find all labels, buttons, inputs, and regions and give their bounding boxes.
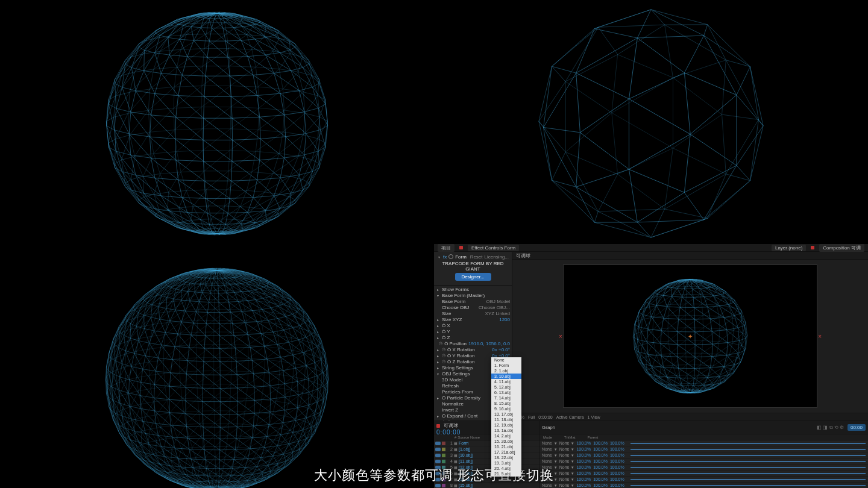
stopwatch-icon[interactable]: ◷ (442, 353, 445, 358)
label-color[interactable] (442, 484, 445, 487)
dropdown-item[interactable]: 20. 4.obj (491, 466, 521, 471)
prop-row[interactable]: SizeXYZ Linked (436, 310, 510, 316)
dropdown-item[interactable]: 1. Form (491, 363, 521, 368)
dropdown-item[interactable]: 18. 22.obj (491, 455, 521, 460)
layer-bar[interactable] (631, 461, 866, 462)
layer-row[interactable]: 8 ▦ [15.obj] (434, 483, 539, 488)
dropdown-item[interactable]: 13. 1a.obj (491, 428, 521, 433)
layer-bar[interactable] (631, 467, 866, 468)
dropdown-item[interactable]: 6. 13.obj (491, 390, 521, 395)
fx-toggle-icon[interactable] (448, 254, 453, 259)
prop-row[interactable]: ▸Size XYZ1200 (436, 316, 510, 322)
viewer-footer-item[interactable]: Full (528, 415, 535, 419)
visibility-icon[interactable] (435, 454, 441, 457)
dropdown-item[interactable]: 9. 16.obj (491, 406, 521, 411)
dropdown-item[interactable]: 21. 5.obj (491, 471, 521, 477)
label-color[interactable] (442, 472, 445, 475)
visibility-icon[interactable] (435, 448, 441, 451)
viewer-footer-item[interactable]: Active Camera (556, 415, 584, 419)
dropdown-item[interactable]: 8. 15.obj (491, 401, 521, 406)
visibility-icon[interactable] (435, 478, 441, 481)
timeline-row[interactable]: None▾ None▾ 100.0%100.0% 100.0% (539, 465, 868, 471)
dropdown-item[interactable]: 16. 21.obj (491, 444, 521, 449)
dropdown-item[interactable]: 5. 12.obj (491, 384, 521, 390)
label-color[interactable] (442, 478, 445, 481)
prop-row[interactable]: Choose OBJChoose OBJ... (436, 304, 510, 310)
prop-row[interactable]: ▾Base Form (Master) (436, 292, 510, 298)
svg-line-282 (254, 192, 265, 208)
prop-row[interactable]: ▸Ö Y (436, 328, 510, 334)
label-color[interactable] (442, 448, 445, 451)
timeline-row[interactable]: None▾ None▾ 100.0%100.0% 100.0% (539, 440, 868, 446)
dropdown-item[interactable]: None (491, 357, 521, 363)
prop-row[interactable]: ◷Ö Position1916.0, 1056.0, 0.0 (436, 340, 510, 346)
prop-row[interactable]: ▸◷Ö X Rotation0x +0.0° (436, 346, 510, 352)
effect-controls-tab[interactable]: Effect Controls Form (468, 245, 519, 251)
visibility-icon[interactable] (435, 484, 441, 487)
visibility-icon[interactable] (435, 442, 441, 445)
label-color[interactable] (442, 442, 445, 445)
layer-tab[interactable]: Layer (none) (772, 245, 806, 251)
dropdown-item[interactable]: 17. 21a.obj (491, 449, 521, 455)
composition-viewer[interactable]: × × ✦ (512, 260, 868, 413)
handle-left-icon[interactable]: × (559, 333, 562, 340)
prop-row[interactable]: Base FormOBJ Model (436, 298, 510, 304)
anchor-icon[interactable]: ✦ (688, 333, 693, 340)
layer-row[interactable]: 2 ▦ [1.obj] (434, 446, 539, 452)
graph-tab[interactable]: Graph (542, 425, 555, 430)
stopwatch-icon[interactable]: ◷ (439, 341, 442, 346)
timeline-row[interactable]: None▾ None▾ 100.0%100.0% 100.0% (539, 483, 868, 488)
dropdown-item[interactable]: 15. 20.obj (491, 439, 521, 444)
visibility-icon[interactable] (435, 472, 441, 475)
label-color[interactable] (442, 454, 445, 457)
viewer-footer-item[interactable]: 0:00:00 (538, 415, 552, 419)
dropdown-item[interactable]: 10. 17.obj (491, 411, 521, 417)
dropdown-item[interactable]: 3. 10.obj (491, 374, 521, 379)
prop-row[interactable]: ▸Ö X (436, 322, 510, 328)
timeline-row[interactable]: None▾ None▾ 100.0%100.0% 100.0% (539, 471, 868, 477)
layer-bar[interactable] (631, 443, 866, 444)
label-color[interactable] (442, 460, 445, 463)
layer-row[interactable]: 3 ▦ [10.obj] (434, 452, 539, 458)
handle-right-icon[interactable]: × (818, 333, 822, 340)
dropdown-item[interactable]: 2. 1.obj (491, 368, 521, 374)
layer-row[interactable]: 5 ▦ [12.obj] (434, 465, 539, 471)
layer-bar[interactable] (631, 449, 866, 450)
layer-bar[interactable] (631, 479, 866, 480)
effect-name-row[interactable]: ▾ fx Form Reset Licensing... (437, 254, 509, 260)
svg-line-3979 (203, 293, 210, 293)
visibility-icon[interactable] (435, 466, 441, 469)
layer-row[interactable]: 4 ▦ [11.obj] (434, 458, 539, 465)
obj-model-dropdown[interactable]: None1. Form2. 1.obj3. 10.obj4. 11.obj5. … (491, 357, 521, 477)
dropdown-item[interactable]: 7. 14.obj (491, 395, 521, 401)
composition-tab[interactable]: Composition 可调 (819, 244, 864, 252)
label-color[interactable] (442, 466, 445, 469)
layer-row[interactable]: 7 ▦ [14.obj] (434, 477, 539, 483)
viewer-footer-item[interactable]: 1 View (588, 415, 600, 419)
dropdown-item[interactable]: 11. 18.obj (491, 417, 521, 422)
dropdown-item[interactable]: 12. 19.obj (491, 422, 521, 428)
designer-button[interactable]: Designer... (455, 273, 491, 281)
layer-row[interactable]: 6 ▦ [13.obj] (434, 471, 539, 477)
dropdown-item[interactable]: 19. 3.obj (491, 460, 521, 466)
timeline-row[interactable]: None▾ None▾ 100.0%100.0% 100.0% (539, 452, 868, 458)
stopwatch-icon[interactable]: ◷ (442, 347, 445, 352)
timeline-row[interactable]: None▾ None▾ 100.0%100.0% 100.0% (539, 446, 868, 452)
layer-bar[interactable] (631, 485, 866, 486)
layer-bar[interactable] (631, 455, 866, 456)
layer-row[interactable]: 1 ▦ Form (434, 440, 539, 446)
timeline-row[interactable]: None▾ None▾ 100.0%100.0% 100.0% (539, 477, 868, 483)
timeline-search[interactable]: 00:00 (848, 424, 866, 431)
prop-row[interactable]: ▸Show Forms (436, 286, 510, 292)
layer-bar[interactable] (631, 473, 866, 474)
visibility-icon[interactable] (435, 460, 441, 463)
svg-line-1858 (174, 469, 180, 471)
timeline-comp-tab[interactable]: 可调球 (444, 422, 458, 429)
prop-row[interactable]: ▸Ö Z (436, 334, 510, 340)
comp-subtab[interactable]: 可调球 (516, 252, 530, 259)
timeline-row[interactable]: None▾ None▾ 100.0%100.0% 100.0% (539, 458, 868, 465)
stopwatch-icon[interactable]: ◷ (442, 359, 445, 364)
dropdown-item[interactable]: 14. 2.obj (491, 433, 521, 439)
dropdown-item[interactable]: 4. 11.obj (491, 379, 521, 384)
project-tab[interactable]: 项目 (438, 244, 454, 252)
